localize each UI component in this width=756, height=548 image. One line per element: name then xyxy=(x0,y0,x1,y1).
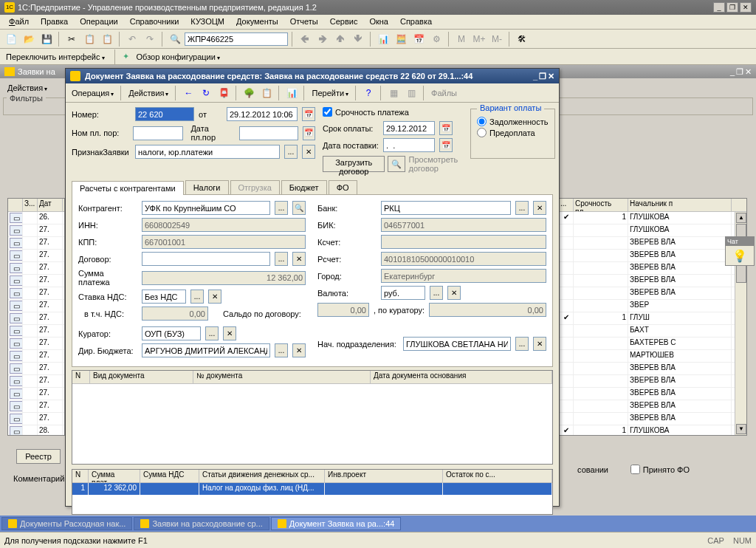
table-row[interactable]: ▭27. xyxy=(8,225,64,237)
calendar-icon[interactable]: 📅 xyxy=(302,107,315,121)
switch-interface-button[interactable]: Переключить интерфейс xyxy=(3,52,108,62)
table-row[interactable]: БАХТЕРЕВ С xyxy=(559,338,746,350)
dlg-close-button[interactable]: ✕ xyxy=(548,72,554,81)
table-row[interactable]: ЗВЕРЕВ ВЛА xyxy=(559,413,746,425)
mplus-icon[interactable]: M+ xyxy=(471,31,487,47)
dogovor-clear-button[interactable]: ✕ xyxy=(292,252,306,266)
bg-maximize-button[interactable]: ❐ xyxy=(736,67,743,77)
undo-icon[interactable]: ↶ xyxy=(124,31,140,47)
nachpodr-input[interactable] xyxy=(403,337,511,351)
bank-select-button[interactable]: ... xyxy=(515,201,529,215)
table-row[interactable]: ЗВЕРЕВ ВЛА xyxy=(559,388,746,400)
payments-grid[interactable]: N Сумма плат... Сумма НДС Статьи движени… xyxy=(72,469,553,515)
dlg-maximize-button[interactable]: ❐ xyxy=(539,72,546,81)
dirb-select-button[interactable]: ... xyxy=(275,343,288,357)
bg-minimize-button[interactable]: _ xyxy=(730,67,735,77)
tool-a-icon[interactable]: 📊 xyxy=(375,31,391,47)
bank-clear-button[interactable]: ✕ xyxy=(533,201,546,215)
tool-b-icon[interactable]: 🧮 xyxy=(393,31,409,47)
postavka-cal-icon[interactable]: 📅 xyxy=(439,138,453,152)
files-link[interactable]: Файлы xyxy=(428,88,460,98)
refresh-icon[interactable]: ↻ xyxy=(198,85,214,101)
table-row[interactable]: БАХТ xyxy=(559,325,746,338)
dirb-input[interactable] xyxy=(142,343,270,357)
ndsrate-input[interactable] xyxy=(142,290,186,304)
valuta-clear-button[interactable]: ✕ xyxy=(447,286,461,300)
chat-widget-icon[interactable]: 💡 xyxy=(726,246,754,266)
copy-icon[interactable]: 📋 xyxy=(81,31,97,47)
table-row[interactable]: ▭26. xyxy=(8,212,64,225)
table-row[interactable]: ✔1ГЛУШКОВА xyxy=(559,212,746,225)
srok-cal-icon[interactable]: 📅 xyxy=(439,121,453,135)
menu-refs[interactable]: Справочники xyxy=(126,16,184,27)
tool-c-icon[interactable]: 📅 xyxy=(410,31,427,47)
bg-close-button[interactable]: ✕ xyxy=(745,67,752,77)
kurator-input[interactable] xyxy=(142,326,201,340)
dateplpor-input[interactable] xyxy=(239,126,298,140)
operation-menu[interactable]: Операция xyxy=(69,88,117,98)
table-row[interactable]: ЗВЕРЕВ ВЛА xyxy=(559,287,746,300)
chat-widget[interactable]: Чат 💡 xyxy=(725,236,755,266)
menu-windows[interactable]: Окна xyxy=(365,16,393,27)
back-arrow-icon[interactable]: ← xyxy=(180,85,196,101)
table-row[interactable]: ГЛУШКОВА xyxy=(559,225,746,237)
contragent-input[interactable] xyxy=(142,201,270,215)
valuta-input[interactable] xyxy=(381,286,425,300)
bg-actions-button[interactable]: Действия xyxy=(4,83,50,93)
table-row[interactable]: ЗВЕР xyxy=(559,300,746,312)
reestr-button[interactable]: Реестр xyxy=(16,449,61,464)
table-row[interactable]: ▭27. xyxy=(8,300,64,312)
table-row[interactable]: ЗВЕРЕВ ВЛА xyxy=(559,262,746,275)
cut-icon[interactable]: ✂ xyxy=(63,31,80,47)
table-row[interactable]: ✔1ГЛУШКОВА xyxy=(559,425,746,436)
menu-docs[interactable]: Документы xyxy=(232,16,283,27)
table-row[interactable]: ▭27. xyxy=(8,413,64,425)
m-icon[interactable]: M xyxy=(453,31,470,47)
tab-otgruzka[interactable]: Отгрузка xyxy=(230,180,280,194)
search-input[interactable] xyxy=(185,32,288,46)
kurator-select-button[interactable]: ... xyxy=(205,326,219,340)
tool-d-icon[interactable]: ⚙ xyxy=(428,31,444,47)
table-row[interactable]: ▭27. xyxy=(8,275,64,287)
open-icon[interactable]: 📂 xyxy=(21,31,37,47)
tree-icon[interactable]: 🌳 xyxy=(241,85,257,101)
opt1-icon[interactable]: ▦ xyxy=(385,85,402,101)
table-row[interactable]: ▭27. xyxy=(8,325,64,338)
contragent-select-button[interactable]: ... xyxy=(275,201,288,215)
dlg-minimize-button[interactable]: _ xyxy=(533,72,537,81)
scroll-up-button[interactable]: ▲ xyxy=(736,213,746,223)
nav-fwd-icon[interactable]: 🡺 xyxy=(315,31,331,47)
menu-kuzocm[interactable]: КУЗОЦМ xyxy=(186,16,229,27)
accepted-fo-checkbox[interactable]: Принято ФО xyxy=(630,465,690,474)
opt2-icon[interactable]: ▥ xyxy=(403,85,419,101)
table-row[interactable]: ЗВЕРЕВ ВЛА xyxy=(559,375,746,388)
menu-help[interactable]: Справка xyxy=(396,16,436,27)
new-doc-icon[interactable]: 📄 xyxy=(3,31,19,47)
table-row[interactable]: ▭27. xyxy=(8,250,64,262)
date-input[interactable] xyxy=(227,107,298,121)
left-list-table[interactable]: З... Дат ▭26.▭27.▭27.▭27.▭27.▭27.▭27.▭27… xyxy=(7,198,65,436)
paste-icon[interactable]: 📋 xyxy=(99,31,115,47)
table-row[interactable]: ЗВЕРЕВ ВЛА xyxy=(559,250,746,262)
menu-service[interactable]: Сервис xyxy=(326,16,362,27)
calendar2-icon[interactable]: 📅 xyxy=(303,126,315,140)
table-row[interactable]: ▭27. xyxy=(8,262,64,275)
valuta-select-button[interactable]: ... xyxy=(430,286,443,300)
table-row[interactable]: ЗВЕРЕВ ВЛА xyxy=(559,400,746,413)
table-row[interactable]: ✔1ГЛУШ xyxy=(559,312,746,325)
post-icon[interactable]: 📮 xyxy=(216,85,232,101)
maximize-button[interactable]: ❐ xyxy=(726,2,738,13)
table-row[interactable]: ▭27. xyxy=(8,287,64,300)
table-row[interactable]: ▭27. xyxy=(8,363,64,375)
prepay-radio[interactable] xyxy=(477,128,487,137)
ndsrate-clear-button[interactable]: ✕ xyxy=(208,290,221,304)
accepted-fo-check-input[interactable] xyxy=(630,465,640,474)
dogovor-select-button[interactable]: ... xyxy=(275,252,288,266)
view-contract-icon-button[interactable]: 🔍 xyxy=(388,156,405,172)
goto-menu[interactable]: Перейти xyxy=(309,88,351,98)
load-contract-button[interactable]: Загрузить договор xyxy=(323,156,385,172)
urgency-checkbox[interactable] xyxy=(323,107,332,117)
save-icon[interactable]: 💾 xyxy=(38,31,55,47)
table-row[interactable]: ЗВЕРЕВ ВЛА xyxy=(559,275,746,287)
help-icon[interactable]: ? xyxy=(360,85,377,101)
